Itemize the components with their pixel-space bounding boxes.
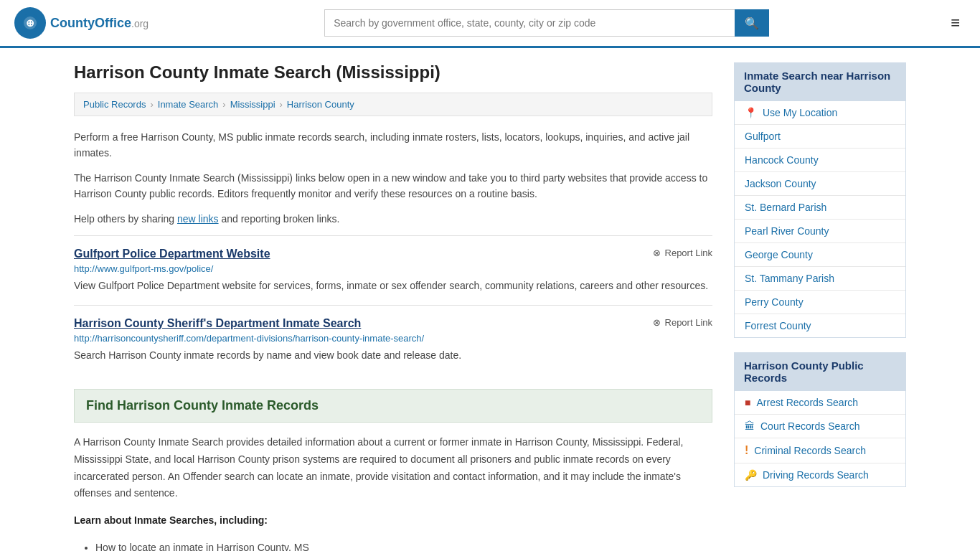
sidebar-item-criminal-records[interactable]: ! Criminal Records Search (735, 438, 905, 463)
driving-records-icon: 🔑 (745, 469, 757, 481)
breadcrumb-sep-2: › (222, 99, 225, 110)
find-section-heading: Find Harrison County Inmate Records (74, 389, 712, 423)
sidebar-item-jackson-county[interactable]: Jackson County (735, 172, 905, 196)
sidebar-item-court-records[interactable]: 🏛 Court Records Search (735, 415, 905, 438)
result-url-1: http://www.gulfport-ms.gov/police/ (74, 263, 712, 274)
logo-text: CountyOffice.org (50, 16, 149, 31)
sidebar-nearby-list: 📍 Use My Location Gulfport Hancock Count… (734, 101, 906, 338)
find-heading-title: Find Harrison County Inmate Records (86, 398, 700, 413)
breadcrumb-sep-3: › (280, 99, 283, 110)
result-item-1: Gulfport Police Department Website ⊗ Rep… (74, 235, 712, 305)
main-container: Harrison County Inmate Search (Mississip… (60, 48, 920, 551)
search-icon: 🔍 (745, 17, 759, 29)
report-link-2[interactable]: ⊗ Report Link (653, 317, 712, 328)
sidebar-item-use-my-location[interactable]: 📍 Use My Location (735, 101, 905, 125)
sidebar-public-records-list: ■ Arrest Records Search 🏛 Court Records … (734, 391, 906, 487)
result-item-2: Harrison County Sheriff's Department Inm… (74, 305, 712, 375)
result-desc-1: View Gulfport Police Department website … (74, 278, 712, 293)
find-section: Find Harrison County Inmate Records A Ha… (74, 389, 712, 551)
logo-name: CountyOffice (50, 16, 131, 30)
sidebar-item-st-bernard-parish[interactable]: St. Bernard Parish (735, 196, 905, 220)
sidebar-item-forrest-county[interactable]: Forrest County (735, 314, 905, 337)
arrest-records-link[interactable]: Arrest Records Search (756, 397, 858, 408)
desc-para-2: The Harrison County Inmate Search (Missi… (74, 170, 712, 202)
report-label-2: Report Link (665, 317, 712, 328)
report-icon-1: ⊗ (653, 248, 661, 258)
results-list: Gulfport Police Department Website ⊗ Rep… (74, 235, 712, 375)
search-input[interactable] (324, 9, 735, 37)
breadcrumb-inmate-search[interactable]: Inmate Search (158, 99, 219, 110)
st-tammany-parish-link[interactable]: St. Tammany Parish (745, 273, 834, 284)
arrest-records-icon: ■ (745, 397, 750, 408)
perry-county-link[interactable]: Perry County (745, 296, 804, 308)
page-title: Harrison County Inmate Search (Mississip… (74, 62, 712, 83)
result-desc-2: Search Harrison County inmate records by… (74, 348, 712, 363)
logo-icon: ⊕ (14, 7, 46, 39)
sidebar-item-pearl-river-county[interactable]: Pearl River County (735, 220, 905, 243)
use-my-location-link[interactable]: Use My Location (763, 107, 837, 118)
result-title-2: Harrison County Sheriff's Department Inm… (74, 317, 712, 330)
learn-list: How to locate an inmate in Harrison Coun… (95, 540, 712, 551)
description: Perform a free Harrison County, MS publi… (74, 129, 712, 227)
jackson-county-link[interactable]: Jackson County (745, 178, 816, 189)
sidebar-nearby-section: Inmate Search near Harrison County 📍 Use… (734, 62, 906, 338)
logo-area: ⊕ CountyOffice.org (14, 7, 149, 39)
svg-text:⊕: ⊕ (26, 17, 34, 29)
forrest-county-link[interactable]: Forrest County (745, 320, 811, 331)
breadcrumb-mississippi[interactable]: Mississippi (230, 99, 275, 110)
sidebar-item-driving-records[interactable]: 🔑 Driving Records Search (735, 463, 905, 486)
new-links-link[interactable]: new links (177, 213, 219, 225)
george-county-link[interactable]: George County (745, 249, 813, 260)
criminal-records-link[interactable]: Criminal Records Search (754, 445, 866, 456)
find-section-body: A Harrison County Inmate Search provides… (74, 434, 712, 551)
sidebar-item-perry-county[interactable]: Perry County (735, 291, 905, 314)
header: ⊕ CountyOffice.org 🔍 ≡ (0, 0, 980, 48)
sidebar-item-george-county[interactable]: George County (735, 243, 905, 267)
sidebar-public-records-section: Harrison County Public Records ■ Arrest … (734, 352, 906, 487)
result-link-2[interactable]: Harrison County Sheriff's Department Inm… (74, 317, 361, 330)
logo-org: .org (131, 18, 149, 29)
result-url-2: http://harrisoncountysheriff.com/departm… (74, 333, 712, 344)
breadcrumb-sep-1: › (150, 99, 153, 110)
search-button[interactable]: 🔍 (735, 9, 769, 37)
st-bernard-parish-link[interactable]: St. Bernard Parish (745, 202, 826, 213)
learn-heading: Learn about Inmate Searches, including: (74, 514, 268, 526)
pearl-river-county-link[interactable]: Pearl River County (745, 225, 829, 237)
hancock-county-link[interactable]: Hancock County (745, 154, 819, 166)
gulfport-link[interactable]: Gulfport (745, 131, 781, 142)
hamburger-icon: ≡ (951, 14, 960, 32)
sidebar-item-arrest-records[interactable]: ■ Arrest Records Search (735, 391, 905, 415)
breadcrumb-harrison-county[interactable]: Harrison County (287, 99, 354, 110)
criminal-records-icon: ! (745, 444, 748, 457)
learn-item-1: How to locate an inmate in Harrison Coun… (95, 540, 712, 551)
sidebar-public-records-header: Harrison County Public Records (734, 352, 906, 391)
driving-records-link[interactable]: Driving Records Search (763, 469, 869, 481)
sidebar-item-gulfport[interactable]: Gulfport (735, 125, 905, 149)
breadcrumb-public-records[interactable]: Public Records (83, 99, 146, 110)
breadcrumb: Public Records › Inmate Search › Mississ… (74, 93, 712, 116)
court-records-icon: 🏛 (745, 420, 755, 432)
court-records-link[interactable]: Court Records Search (760, 420, 860, 432)
search-area: 🔍 (324, 9, 769, 37)
location-icon: 📍 (745, 107, 757, 118)
report-link-1[interactable]: ⊗ Report Link (653, 248, 712, 258)
sidebar-nearby-header: Inmate Search near Harrison County (734, 62, 906, 101)
sidebar: Inmate Search near Harrison County 📍 Use… (734, 62, 906, 551)
sidebar-nearby-title: Inmate Search near Harrison County (744, 70, 890, 94)
report-icon-2: ⊗ (653, 317, 661, 328)
desc-para-1: Perform a free Harrison County, MS publi… (74, 129, 712, 161)
sidebar-public-records-title: Harrison County Public Records (744, 359, 864, 384)
result-link-1[interactable]: Gulfport Police Department Website (74, 248, 270, 260)
menu-button[interactable]: ≡ (945, 11, 966, 35)
sidebar-item-st-tammany-parish[interactable]: St. Tammany Parish (735, 267, 905, 291)
sidebar-item-hancock-county[interactable]: Hancock County (735, 149, 905, 172)
result-title-1: Gulfport Police Department Website ⊗ Rep… (74, 248, 712, 260)
report-label-1: Report Link (665, 248, 712, 258)
content-area: Harrison County Inmate Search (Mississip… (74, 62, 712, 551)
desc-para-3: Help others by sharing new links and rep… (74, 211, 712, 227)
find-body-text: A Harrison County Inmate Search provides… (74, 434, 712, 502)
